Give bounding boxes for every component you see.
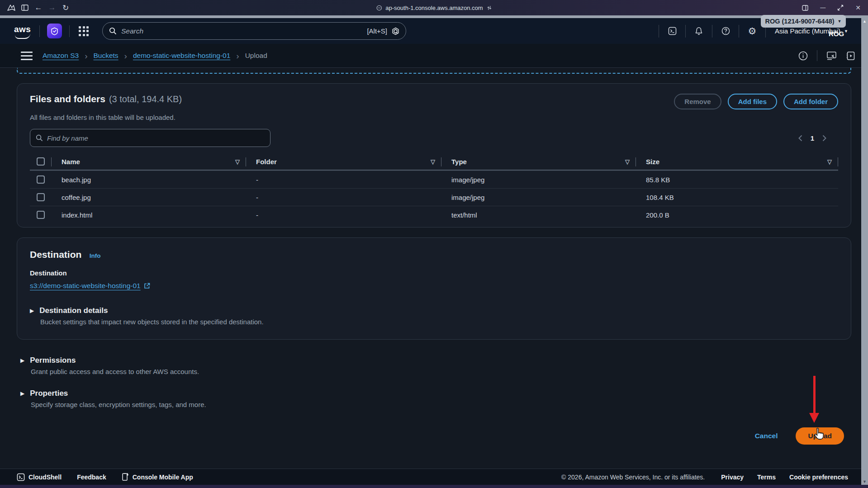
page-number[interactable]: 1 <box>811 134 814 142</box>
add-folder-button[interactable]: Add folder <box>783 94 838 109</box>
close-window-icon[interactable]: ✕ <box>855 4 861 11</box>
copyright-text: © 2026, Amazon Web Services, Inc. or its… <box>561 474 705 481</box>
footer-privacy[interactable]: Privacy <box>721 474 744 481</box>
filter-funnel-icon[interactable]: ▽ <box>431 158 435 165</box>
cell-folder: - <box>246 189 441 206</box>
cell-type: image/jpeg <box>441 171 636 188</box>
console-header: aws [Alt+S] ⚙ Asia Pacific (Mumbai) ▼ <box>0 18 868 44</box>
breadcrumb-current: Upload <box>245 52 267 60</box>
files-panel-title: Files and folders(3 total, 194.4 KB) <box>30 94 182 104</box>
tracking-shield-icon <box>376 5 382 11</box>
cell-size: 108.4 KB <box>636 189 838 206</box>
select-all-checkbox[interactable] <box>37 157 45 166</box>
find-by-name-input[interactable] <box>47 134 265 142</box>
vertical-scrollbar[interactable]: ▲ ▼ <box>861 18 868 485</box>
notifications-bell-icon[interactable] <box>692 27 706 35</box>
row-checkbox[interactable] <box>37 193 45 201</box>
address-bar[interactable]: ap-south-1.console.aws.amazon.com <box>376 5 492 11</box>
browser-app-logo-icon[interactable] <box>5 4 18 12</box>
table-row: coffee.jpg - image/jpeg 108.4 KB <box>30 188 838 206</box>
sync-arrows-icon[interactable] <box>487 5 492 11</box>
reload-icon[interactable]: ↻ <box>59 3 72 13</box>
breadcrumb-buckets[interactable]: Buckets <box>93 52 118 60</box>
column-header-folder[interactable]: Folder▽ <box>246 153 441 170</box>
previous-page-icon[interactable] <box>798 135 802 142</box>
cell-folder: - <box>246 206 441 223</box>
console-footer: CloudShell Feedback Console Mobile App ©… <box>0 469 868 485</box>
chevron-down-icon: ▼ <box>844 29 848 33</box>
info-link[interactable]: Info <box>90 252 101 259</box>
console-search[interactable]: [Alt+S] <box>102 22 406 40</box>
search-shortcut: [Alt+S] <box>367 27 387 35</box>
cancel-button[interactable]: Cancel <box>755 432 778 440</box>
external-link-icon <box>144 283 150 289</box>
menu-hamburger-icon[interactable] <box>21 52 33 60</box>
help-icon[interactable] <box>719 27 732 35</box>
breadcrumb-bar: Amazon S3 › Buckets › demo-static-websit… <box>0 44 868 68</box>
filter-funnel-icon[interactable]: ▽ <box>827 158 832 165</box>
row-checkbox[interactable] <box>37 211 45 219</box>
restore-window-icon[interactable] <box>834 5 847 11</box>
side-panel-icon[interactable] <box>846 51 855 61</box>
column-header-type[interactable]: Type▽ <box>441 153 636 170</box>
expand-triangle-icon: ▶ <box>20 390 24 397</box>
breadcrumb-amazon-s3[interactable]: Amazon S3 <box>43 52 79 60</box>
footer-cookie-preferences[interactable]: Cookie preferences <box>789 474 848 481</box>
properties-expander[interactable]: ▶ Properties <box>20 389 851 398</box>
diagnostic-tools-icon[interactable] <box>826 51 837 61</box>
footer-feedback[interactable]: Feedback <box>77 474 106 481</box>
chevron-down-icon: ▼ <box>838 19 842 24</box>
aws-logo[interactable]: aws <box>14 24 32 38</box>
settings-gear-icon[interactable]: ⚙ <box>745 26 759 36</box>
info-icon[interactable] <box>798 51 808 61</box>
drag-drop-zone-edge <box>17 68 851 74</box>
properties-description: Specify storage class, encryption settin… <box>31 401 851 408</box>
browser-panel-icon[interactable] <box>798 5 812 11</box>
search-input[interactable] <box>121 27 362 35</box>
column-header-size[interactable]: Size▽ <box>636 153 838 170</box>
minimize-icon[interactable]: — <box>820 5 825 11</box>
filter-funnel-icon[interactable]: ▽ <box>625 158 630 165</box>
destination-panel: Destination Info Destination s3://demo-s… <box>17 237 851 340</box>
row-checkbox[interactable] <box>37 175 45 184</box>
remove-button[interactable]: Remove <box>674 94 721 109</box>
breadcrumb-separator-icon: › <box>236 52 239 60</box>
find-by-name-box[interactable] <box>30 129 270 147</box>
upload-button[interactable]: Upload <box>796 427 844 445</box>
scroll-down-icon[interactable]: ▼ <box>863 479 867 484</box>
cell-size: 200.0 B <box>636 206 838 223</box>
s3-service-icon[interactable] <box>47 24 62 38</box>
permissions-description: Grant public access and access to other … <box>31 368 851 375</box>
search-icon <box>36 134 43 142</box>
destination-field-label: Destination <box>30 269 838 277</box>
expand-triangle-icon: ▶ <box>20 357 24 364</box>
destination-details-description: Bucket settings that impact new objects … <box>40 318 838 326</box>
scroll-up-icon[interactable]: ▲ <box>863 19 867 24</box>
cloudshell-icon <box>17 473 25 481</box>
cell-type: text/html <box>441 206 636 223</box>
back-icon[interactable]: ← <box>32 3 45 12</box>
destination-details-expander[interactable]: ▶ Destination details <box>30 306 838 315</box>
permissions-expander[interactable]: ▶ Permissions <box>20 356 851 365</box>
footer-cloudshell[interactable]: CloudShell <box>17 473 62 481</box>
breadcrumb-separator-icon: › <box>124 52 127 60</box>
services-grid-icon[interactable] <box>79 26 89 36</box>
cell-folder: - <box>246 171 441 188</box>
account-menu-button[interactable]: ROG (1214-9007-6448) ▼ <box>761 15 846 28</box>
add-files-button[interactable]: Add files <box>728 94 777 109</box>
destination-bucket-link[interactable]: s3://demo-static-website-hosting-01 <box>30 282 141 290</box>
breadcrumb-bucket-name[interactable]: demo-static-website-hosting-01 <box>133 52 230 60</box>
sidebar-toggle-icon[interactable] <box>18 5 32 11</box>
footer-terms[interactable]: Terms <box>757 474 776 481</box>
next-page-icon[interactable] <box>822 135 826 142</box>
table-row: index.html - text/html 200.0 B <box>30 206 838 223</box>
table-row: beach.jpg - image/jpeg 85.8 KB <box>30 171 838 188</box>
destination-title: Destination <box>30 249 81 260</box>
breadcrumb-separator-icon: › <box>85 52 87 60</box>
footer-mobile-app[interactable]: Console Mobile App <box>122 473 193 481</box>
filter-funnel-icon[interactable]: ▽ <box>235 158 240 165</box>
files-table: Name▽ Folder▽ Type▽ Size▽ beach.jpg - im… <box>30 153 838 223</box>
cloudshell-header-icon[interactable] <box>665 27 679 35</box>
column-header-name[interactable]: Name▽ <box>52 153 246 170</box>
main-content: Files and folders(3 total, 194.4 KB) Rem… <box>0 68 868 445</box>
